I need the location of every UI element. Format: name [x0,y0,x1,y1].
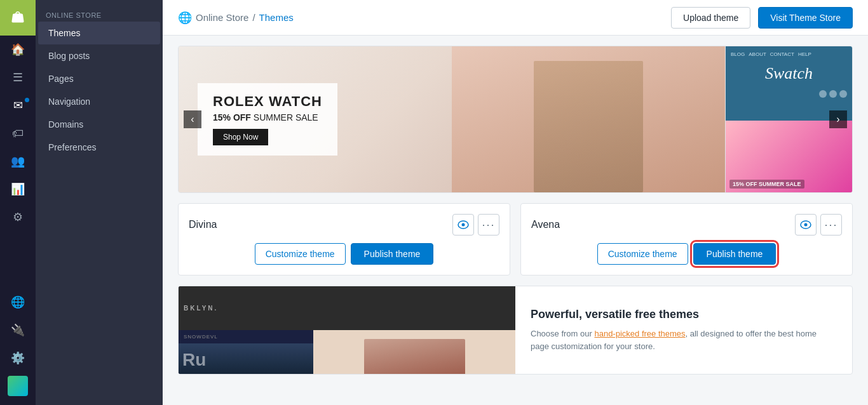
divina-theme-card: Divina ··· Customize [178,203,510,276]
user-avatar[interactable] [8,376,28,396]
people-nav-icon[interactable]: 👥 [0,147,36,175]
next-slide-button[interactable]: › [829,110,847,128]
themes-content: ‹ ROLEX WATCH 15% OFF SUMMER SALE Shop N… [163,36,868,405]
free-themes-title: Powerful, versatile free themes [531,308,837,321]
prev-slide-button[interactable]: ‹ [184,110,201,128]
free-themes-images: BKLYN. SNOWDEVL Ru [179,286,515,374]
hero-image-area: ‹ ROLEX WATCH 15% OFF SUMMER SALE Shop N… [179,46,852,192]
orders-nav-icon[interactable]: ☰ [0,63,36,91]
breadcrumb-separator: / [252,12,255,23]
divina-more-button[interactable]: ··· [478,214,499,236]
svg-point-3 [804,223,808,227]
avena-more-button[interactable]: ··· [820,214,842,236]
topbar-actions: Upload theme Visit Theme Store [671,7,853,29]
divina-customize-button[interactable]: Customize theme [255,243,346,265]
hero-right-top: BLOG ABOUT CONTACT HELP Swatch [726,46,852,121]
free-themes-desc-part1: Choose from our [531,329,594,338]
sidebar-item-navigation[interactable]: Navigation [38,90,160,113]
hero-theme-card: ‹ ROLEX WATCH 15% OFF SUMMER SALE Shop N… [178,46,853,193]
breadcrumb-current: Themes [259,12,294,23]
topbar: 🌐 Online Store / Themes Upload theme Vis… [163,0,868,36]
upload-theme-button[interactable]: Upload theme [671,7,750,29]
avena-customize-button[interactable]: Customize theme [597,243,688,265]
visit-theme-store-button[interactable]: Visit Theme Store [758,7,853,29]
breadcrumb-parent[interactable]: Online Store [196,12,248,23]
hero-shop-button[interactable]: Shop Now [213,129,268,145]
eye-icon [800,220,811,229]
mock-icon-3 [839,90,847,98]
avena-theme-name: Avena [531,219,560,230]
free-themes-text: Powerful, versatile free themes Choose f… [515,286,852,374]
ru-label-container: Ru [179,286,515,374]
breadcrumb: 🌐 Online Store / Themes [178,11,294,25]
hero-discount-percent: 15% OFF [213,112,251,123]
theme-preview-stack: BKLYN. SNOWDEVL Ru [179,286,515,374]
hero-product-title: ROLEX WATCH [213,93,322,110]
free-themes-description: Choose from our hand-picked free themes,… [531,328,837,352]
swatch-brand: Swatch [731,64,847,83]
mock-nav-contact: CONTACT [770,51,794,57]
hero-badge-text: 15% OFF SUMMER SALE [729,180,804,189]
main-content: 🌐 Online Store / Themes Upload theme Vis… [163,0,868,405]
eye-icon [458,220,469,229]
store-label: ONLINE STORE [36,5,163,22]
sidebar-item-blog-posts[interactable]: Blog posts [38,44,160,67]
free-themes-link[interactable]: hand-picked free themes [594,329,685,338]
avena-preview-button[interactable] [795,214,817,236]
mock-nav-about: ABOUT [749,51,766,57]
messages-nav-icon[interactable]: ✉ [0,91,36,119]
free-themes-section: BKLYN. SNOWDEVL Ru Powerful, versatile f… [178,286,853,375]
settings-nav-icon[interactable]: ⚙️ [0,344,36,372]
mock-nav-help: HELP [798,51,811,57]
sidebar-item-domains[interactable]: Domains [38,113,160,136]
sidebar-item-pages[interactable]: Pages [38,67,160,90]
svg-point-1 [462,223,465,227]
globe-nav-icon[interactable]: 🌐 [0,288,36,316]
mock-nav-blog: BLOG [731,51,745,57]
analytics-nav-icon[interactable]: 📊 [0,175,36,203]
hero-model-bg [452,46,725,192]
more-dots-icon: ··· [824,218,837,232]
app-logo[interactable] [0,0,36,36]
avena-publish-button[interactable]: Publish theme [693,243,776,265]
mock-nav-bar: BLOG ABOUT CONTACT HELP [731,51,847,57]
hero-overlay: ROLEX WATCH 15% OFF SUMMER SALE Shop Now [198,83,337,156]
online-store-icon: 🌐 [178,11,192,25]
avena-top-actions: ··· [795,214,842,236]
divina-top-actions: ··· [452,214,499,236]
divina-preview-button[interactable] [452,214,474,236]
avena-card-buttons: Customize theme Publish theme [531,243,842,265]
avena-theme-card: Avena ··· Customize [520,203,853,276]
theme-grid: Divina ··· Customize [178,203,853,276]
sidebar: ONLINE STORE Themes Blog posts Pages Nav… [36,0,163,405]
more-dots-icon: ··· [482,218,495,232]
divina-card-header: Divina ··· [189,214,499,236]
hero-main-image: ROLEX WATCH 15% OFF SUMMER SALE Shop Now [179,46,725,192]
home-nav-icon[interactable]: 🏠 [0,36,36,63]
divina-theme-name: Divina [189,219,217,230]
hero-right-bottom: 15% OFF SUMMER SALE [726,121,852,192]
ru-label: Ru [182,350,206,370]
avena-card-header: Avena ··· [531,214,842,236]
divina-card-buttons: Customize theme Publish theme [189,243,499,265]
plugin-nav-icon[interactable]: 🔌 [0,316,36,344]
sidebar-item-preferences[interactable]: Preferences [38,136,160,159]
icon-navigation: 🏠 ☰ ✉ 🏷 👥 📊 ⚙ 🌐 🔌 ⚙️ [0,0,36,405]
mock-icon-1 [819,90,827,98]
hero-discount-text: 15% OFF SUMMER SALE [213,112,322,123]
divina-publish-button[interactable]: Publish theme [351,243,434,265]
hero-bottom-content: 15% OFF SUMMER SALE [726,121,852,192]
mock-icon-2 [829,90,837,98]
apps-nav-icon[interactable]: ⚙ [0,203,36,231]
sidebar-item-themes[interactable]: Themes [38,22,160,44]
notification-dot [25,98,29,102]
mock-action-icons [731,90,847,98]
bottom-nav-icons: 🌐 🔌 ⚙️ [0,288,36,405]
tags-nav-icon[interactable]: 🏷 [0,119,36,147]
hero-model-figure [534,61,643,192]
